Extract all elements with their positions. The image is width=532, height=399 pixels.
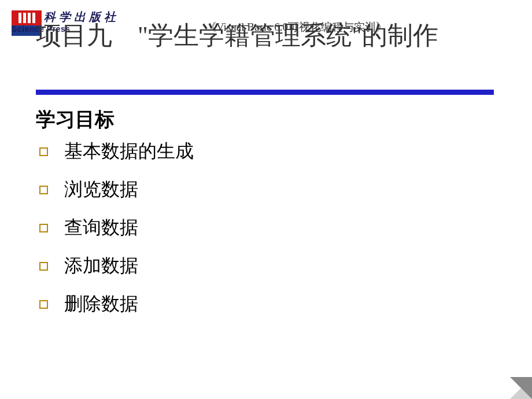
list-item-text: 删除数据: [64, 291, 138, 317]
list-item: 基本数据的生成: [39, 139, 194, 164]
bullet-square-icon: [39, 262, 48, 271]
list-item: 删除数据: [39, 291, 194, 317]
list-item-text: 浏览数据: [64, 177, 138, 202]
list-item: 添加数据: [39, 253, 194, 279]
list-item-text: 添加数据: [64, 253, 138, 279]
list-item-text: 查询数据: [64, 215, 138, 241]
page-corner-fold-icon: [510, 377, 532, 399]
list-item-text: 基本数据的生成: [64, 139, 194, 164]
list-item: 浏览数据: [39, 177, 194, 202]
bullet-square-icon: [39, 147, 48, 156]
title-divider: [36, 90, 494, 95]
objectives-list: 基本数据的生成 浏览数据 查询数据 添加数据 删除数据: [39, 139, 194, 330]
list-item: 查询数据: [39, 215, 194, 241]
bullet-square-icon: [39, 186, 48, 194]
section-heading: 学习目标: [36, 106, 114, 133]
bullet-square-icon: [39, 300, 48, 309]
slide-title: 项目九 "学生学籍管理系统"的制作: [36, 19, 498, 53]
bullet-square-icon: [39, 224, 48, 232]
